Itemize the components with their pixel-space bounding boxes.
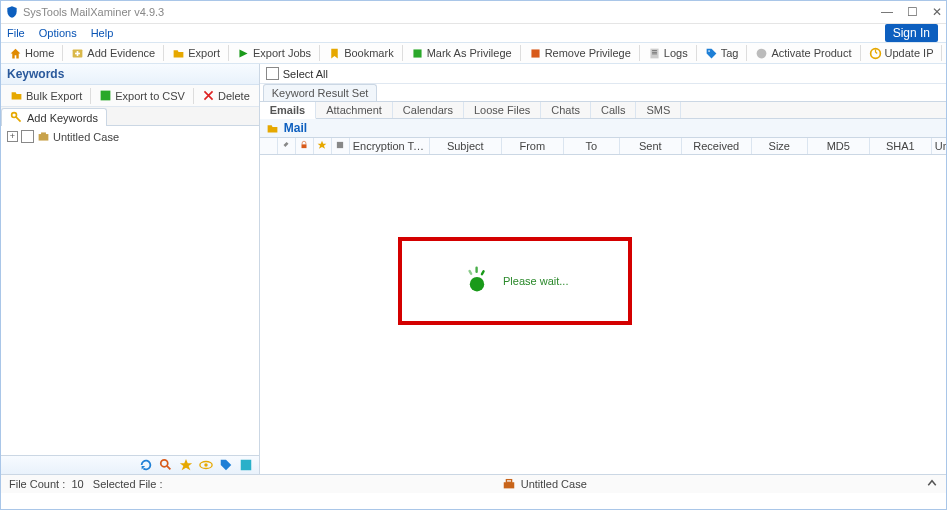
col-flag4[interactable] <box>332 138 350 154</box>
tree-root-row[interactable]: + Untitled Case <box>7 130 253 143</box>
result-tab-row: Keyword Result Set <box>260 84 947 101</box>
export-button[interactable]: Export <box>166 45 226 62</box>
selected-file-label: Selected File : <box>93 478 163 490</box>
app-icon <box>5 5 19 19</box>
grid-header: Encryption Tech... Subject From To Sent … <box>260 138 947 155</box>
subtab-sms[interactable]: SMS <box>636 102 681 118</box>
minimize-button[interactable]: — <box>881 5 893 19</box>
col-encryption[interactable]: Encryption Tech... <box>350 138 430 154</box>
file-count-label: File Count : <box>9 478 65 490</box>
subtab-calls[interactable]: Calls <box>591 102 636 118</box>
menu-help[interactable]: Help <box>91 27 114 39</box>
sidebar-footer <box>1 455 259 474</box>
main-toolbar: Home Add Evidence Export Export Jobs Boo… <box>1 45 947 62</box>
priv-col-icon <box>335 140 345 150</box>
col-md5[interactable]: MD5 <box>808 138 870 154</box>
keywords-panel-title: Keywords <box>1 64 259 85</box>
export-icon <box>172 47 185 60</box>
subtab-calendars[interactable]: Calendars <box>393 102 464 118</box>
tree-checkbox[interactable] <box>21 130 34 143</box>
svg-rect-7 <box>652 51 657 52</box>
svg-rect-2 <box>75 52 80 54</box>
col-checkbox[interactable] <box>260 138 278 154</box>
col-flag1[interactable] <box>278 138 296 154</box>
footer-eye-icon[interactable] <box>199 458 213 472</box>
tree-root-label: Untitled Case <box>53 131 119 143</box>
tab-keyword-result-set[interactable]: Keyword Result Set <box>263 84 378 101</box>
svg-rect-20 <box>241 460 252 471</box>
maximize-button[interactable]: ☐ <box>907 5 918 19</box>
subtab-emails[interactable]: Emails <box>260 102 316 119</box>
col-sha1[interactable]: SHA1 <box>870 138 932 154</box>
col-unread[interactable]: Unre... <box>932 138 947 154</box>
delete-icon <box>202 89 215 102</box>
col-flag2[interactable] <box>296 138 314 154</box>
status-chevron[interactable] <box>926 477 938 491</box>
col-flag3[interactable] <box>314 138 332 154</box>
grid-body: Please wait... <box>260 155 947 474</box>
add-evidence-button[interactable]: Add Evidence <box>65 45 161 62</box>
mail-folder-icon <box>266 122 279 135</box>
logs-button[interactable]: Logs <box>642 45 694 62</box>
export-jobs-button[interactable]: Export Jobs <box>231 45 317 62</box>
result-subtabs: Emails Attachment Calendars Loose Files … <box>260 101 947 119</box>
bulk-export-button[interactable]: Bulk Export <box>4 87 88 104</box>
update-ip-icon <box>869 47 882 60</box>
sidebar-tabstrip: Add Keywords <box>1 107 259 126</box>
svg-rect-15 <box>39 134 49 141</box>
svg-rect-13 <box>101 91 111 101</box>
footer-refresh-icon[interactable] <box>139 458 153 472</box>
expand-toggle[interactable]: + <box>7 131 18 142</box>
mail-label: Mail <box>284 121 307 135</box>
select-all-label: Select All <box>283 68 328 80</box>
select-all-row: Select All <box>260 64 947 84</box>
svg-rect-28 <box>506 480 511 483</box>
footer-tag-icon[interactable] <box>219 458 233 472</box>
tag-button[interactable]: Tag <box>699 45 745 62</box>
select-all-checkbox[interactable] <box>266 67 279 80</box>
col-subject[interactable]: Subject <box>430 138 502 154</box>
col-to[interactable]: To <box>564 138 620 154</box>
home-button[interactable]: Home <box>3 45 60 62</box>
svg-rect-25 <box>475 267 477 273</box>
case-tree[interactable]: + Untitled Case <box>1 126 259 455</box>
activate-icon <box>755 47 768 60</box>
mark-privilege-icon <box>411 47 424 60</box>
case-icon <box>37 130 50 143</box>
footer-star-icon[interactable] <box>179 458 193 472</box>
update-ip-button[interactable]: Update IP <box>863 45 940 62</box>
subtab-attachment[interactable]: Attachment <box>316 102 393 118</box>
menu-options[interactable]: Options <box>39 27 77 39</box>
col-from[interactable]: From <box>502 138 564 154</box>
remove-privilege-icon <box>529 47 542 60</box>
close-button[interactable]: ✕ <box>932 5 942 19</box>
delete-button[interactable]: Delete <box>196 87 256 104</box>
bookmark-button[interactable]: Bookmark <box>322 45 400 62</box>
export-jobs-icon <box>237 47 250 60</box>
tab-add-keywords[interactable]: Add Keywords <box>1 108 107 126</box>
activate-product-button[interactable]: Activate Product <box>749 45 857 62</box>
please-wait-overlay: Please wait... <box>398 237 632 325</box>
lock-icon <box>299 140 309 150</box>
svg-rect-3 <box>413 49 421 57</box>
window-controls: — ☐ ✕ <box>881 5 942 19</box>
attach-icon <box>281 140 291 150</box>
col-size[interactable]: Size <box>752 138 808 154</box>
sign-in-button[interactable]: Sign In <box>885 24 938 42</box>
mark-privilege-button[interactable]: Mark As Privilege <box>405 45 518 62</box>
key-icon <box>10 111 23 124</box>
main-area: Select All Keyword Result Set Emails Att… <box>260 64 947 474</box>
briefcase-icon <box>502 477 516 491</box>
footer-search-icon[interactable] <box>159 458 173 472</box>
menu-file[interactable]: File <box>7 27 25 39</box>
col-received[interactable]: Received <box>682 138 752 154</box>
export-csv-button[interactable]: Export to CSV <box>93 87 191 104</box>
svg-rect-26 <box>480 270 485 276</box>
col-sent[interactable]: Sent <box>620 138 682 154</box>
wait-spinner-icon <box>461 265 493 297</box>
footer-skin-icon[interactable] <box>239 458 253 472</box>
remove-privilege-button[interactable]: Remove Privilege <box>523 45 637 62</box>
mail-header: Mail 0 <box>260 119 947 138</box>
subtab-chats[interactable]: Chats <box>541 102 591 118</box>
subtab-loose-files[interactable]: Loose Files <box>464 102 541 118</box>
